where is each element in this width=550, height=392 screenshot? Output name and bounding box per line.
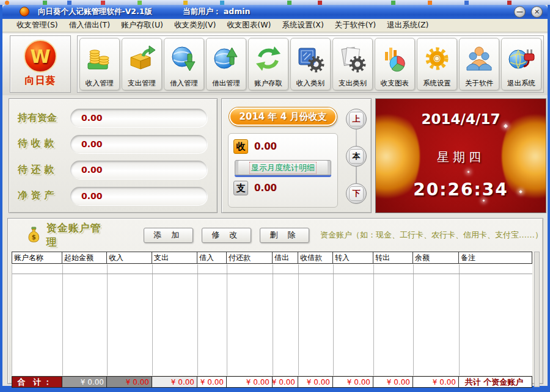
month-title-badge: 2014 年 4 月份收支: [229, 107, 337, 126]
body-column: [414, 264, 460, 376]
payable-field: 0.00: [70, 161, 207, 179]
menu-exit[interactable]: 退出系统(Z): [381, 19, 434, 32]
menu-categories[interactable]: 收支类别(V): [169, 19, 221, 32]
background-icon: [101, 1, 105, 5]
background-icon: [464, 1, 469, 5]
next-month-button[interactable]: 下: [346, 183, 367, 204]
holding-funds-row: 持有资金 0.00: [18, 107, 207, 128]
current-month-label: 本: [349, 149, 364, 164]
menu-borrow-lend[interactable]: 借入借出(T): [64, 19, 116, 32]
payable-label: 待 还 款: [18, 164, 70, 176]
totals-label: 合 计：: [12, 376, 62, 388]
paper-gear-icon: [338, 44, 367, 79]
menu-income-expense[interactable]: 收支管理(S): [11, 19, 64, 32]
body-column: [460, 264, 532, 376]
cycle-arrows-icon: [254, 44, 283, 79]
holding-funds-field: 0.00: [70, 109, 207, 127]
toolbar-button-label: 收支图表: [381, 79, 409, 88]
show-month-detail-button[interactable]: 显示月度统计明细: [235, 160, 331, 175]
toolbar-button-label: 收入管理: [86, 79, 114, 88]
app-logo-icon: [20, 7, 29, 16]
payable-value: 0.00: [81, 165, 103, 175]
net-assets-field: 0.00: [70, 187, 207, 205]
background-icon: [507, 1, 512, 5]
column-header-borrow-in[interactable]: 借入: [197, 252, 227, 264]
month-expense-value: 0.00: [254, 183, 277, 194]
menu-account-access[interactable]: 账户存取(U): [116, 19, 169, 32]
add-account-button[interactable]: 添 加: [144, 228, 193, 243]
column-header-account-name[interactable]: 账户名称: [12, 252, 62, 264]
lend-out-manage-button[interactable]: 借出管理: [206, 38, 246, 90]
toolbar-button-label: 支出类别: [339, 79, 367, 88]
body-column: [198, 264, 227, 376]
expense-manage-button[interactable]: 支出管理: [122, 38, 162, 90]
column-header-lend-out[interactable]: 借出: [273, 252, 298, 264]
toolbar-button-label: 借出管理: [212, 79, 240, 88]
accounts-header: $ 资金账户管理 添 加 修 改 删 除 资金账户（如：现金、工行卡、农行卡、信…: [8, 222, 543, 248]
summary-band: 持有资金 0.00 待 收 款 0.00 待 还 款 0.00: [2, 97, 548, 215]
settings-button[interactable]: 系统设置: [417, 38, 457, 90]
toolbar-button-label: 支出管理: [128, 79, 156, 88]
menu-about[interactable]: 关于软件(Y): [329, 19, 381, 32]
globe-plug-icon: [507, 44, 536, 79]
body-column: [153, 264, 198, 376]
total-loan-collected: ¥ 0.00: [298, 376, 333, 388]
column-header-loan-collected[interactable]: 收借款: [298, 252, 333, 264]
background-icon: [220, 1, 224, 5]
delete-account-button[interactable]: 删 除: [260, 228, 309, 243]
close-button[interactable]: ✕: [531, 6, 543, 18]
current-month-button[interactable]: 本: [346, 146, 367, 167]
app-brand-panel: W 向日葵: [10, 35, 71, 93]
column-header-remark[interactable]: 备注: [459, 252, 532, 264]
toolbar-button-label: 借入管理: [170, 79, 198, 88]
month-income-value: 0.00: [254, 141, 277, 152]
gear-icon: [422, 44, 452, 79]
box-arrow-icon: [127, 44, 156, 79]
income-manage-button[interactable]: 收入管理: [79, 38, 120, 90]
column-header-transfer-in[interactable]: 转入: [333, 252, 373, 264]
column-header-income[interactable]: 收入: [107, 252, 152, 264]
menu-settings[interactable]: 系统设置(X): [276, 19, 329, 32]
net-assets-value: 0.00: [81, 191, 103, 201]
body-column: [12, 264, 63, 376]
borrow-in-manage-button[interactable]: 借入管理: [164, 38, 204, 90]
column-header-expense[interactable]: 支出: [152, 252, 197, 264]
svg-text:$: $: [32, 234, 36, 241]
total-transfer-out: ¥ 0.00: [373, 376, 413, 388]
menu-bar: 收支管理(S) 借入借出(T) 账户存取(U) 收支类别(V) 收支图表(W) …: [2, 19, 548, 32]
title-bar[interactable]: 向日葵个人记账管理软件-V2.1版 当前用户： admin — ✕: [2, 5, 548, 19]
expense-category-button[interactable]: 支出类别: [332, 38, 373, 90]
payable-row: 待 还 款 0.00: [18, 159, 207, 180]
receivable-field: 0.00: [70, 135, 207, 153]
prev-month-button[interactable]: 上: [346, 109, 367, 129]
accounts-title: 资金账户管理: [46, 221, 102, 249]
column-header-transfer-out[interactable]: 转出: [373, 252, 413, 264]
column-header-balance[interactable]: 余额: [413, 252, 459, 264]
table-scrollbar[interactable]: [534, 252, 540, 387]
menu-charts[interactable]: 收支图表(W): [221, 19, 276, 32]
about-button[interactable]: 关于软件: [459, 38, 499, 90]
edit-account-button[interactable]: 修 改: [202, 228, 251, 243]
body-column: [63, 264, 108, 376]
show-month-detail-label: 显示月度统计明细: [250, 162, 316, 173]
exit-button[interactable]: 退出系统: [501, 38, 541, 90]
body-column: [374, 264, 414, 376]
toolbar-buttons: 收入管理 支出管理: [77, 35, 544, 93]
receivable-row: 待 收 款 0.00: [18, 134, 207, 154]
clock-date: 2014/4/17: [376, 111, 546, 127]
background-icon: [183, 1, 188, 5]
accounts-section: $ 资金账户管理 添 加 修 改 删 除 资金账户（如：现金、工行卡、农行卡、信…: [2, 217, 548, 385]
column-header-initial-amount[interactable]: 起始金额: [62, 252, 107, 264]
income-category-button[interactable]: 收入类别: [290, 38, 331, 90]
account-count-note: 共计 个资金账户: [459, 376, 532, 388]
charts-button[interactable]: 收支图表: [375, 38, 415, 90]
account-access-button[interactable]: 账户存取: [248, 38, 288, 90]
sunflower-logo-icon: W: [24, 40, 57, 73]
toolbar-button-label: 退出系统: [507, 79, 535, 88]
minimize-button[interactable]: —: [514, 6, 526, 18]
logo-name: 向日葵: [10, 74, 70, 87]
column-header-repayment-paid[interactable]: 付还款: [227, 252, 273, 264]
body-column: [299, 264, 334, 376]
holding-funds-label: 持有资金: [18, 112, 70, 125]
globe-down-arrow-icon: [169, 44, 199, 79]
